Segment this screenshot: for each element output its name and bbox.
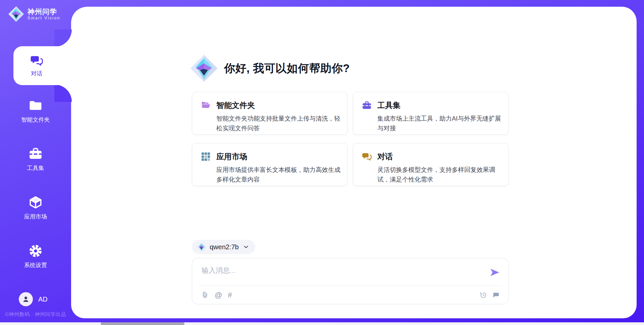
mention-button[interactable]: @ bbox=[215, 291, 222, 299]
card-description: 灵活切换多模型文件，支持多样回复效果调试，满足个性化需求 bbox=[377, 165, 502, 184]
grid-icon bbox=[201, 152, 211, 161]
conversation-icon bbox=[492, 291, 499, 299]
brand-name: 神州问学 bbox=[28, 8, 60, 16]
card-smart-folder[interactable]: 智能文件夹 智能文件夹功能支持批量文件上传与清洗，轻松实现文件问答 bbox=[192, 92, 347, 135]
sidebar-item-app-market[interactable]: 应用市场 bbox=[2, 195, 69, 220]
avatar bbox=[19, 292, 33, 306]
sidebar-item-smart-folder[interactable]: 智能文件夹 bbox=[2, 99, 69, 124]
card-description: 应用市场提供丰富长文本模板，助力高效生成多样化文章内容 bbox=[216, 165, 341, 184]
diamond-logo-icon bbox=[8, 6, 24, 22]
message-composer: @ # bbox=[192, 258, 508, 304]
topic-button[interactable]: # bbox=[228, 291, 232, 299]
card-title: 应用市场 bbox=[216, 151, 247, 162]
toolbox-icon bbox=[29, 147, 43, 161]
send-icon bbox=[489, 267, 500, 278]
app-root: { "brand": { "name": "神州问学", "subtitle":… bbox=[0, 0, 644, 325]
horizontal-scrollbar[interactable] bbox=[0, 322, 644, 325]
user-profile[interactable]: AD bbox=[19, 292, 48, 306]
sidebar-item-settings[interactable]: 系统设置 bbox=[2, 244, 69, 269]
composer-divider bbox=[198, 285, 502, 286]
card-toolset[interactable]: 工具集 集成市场上主流工具，助力AI与外界无缝扩展与对接 bbox=[353, 92, 508, 135]
greeting: 你好, 我可以如何帮助你? bbox=[190, 54, 350, 82]
diamond-logo-icon bbox=[190, 54, 218, 82]
conversation-button[interactable] bbox=[492, 291, 499, 299]
card-chat[interactable]: 对话 灵活切换多模型文件，支持多样回复效果调试，满足个性化需求 bbox=[353, 143, 508, 186]
attachment-icon bbox=[202, 291, 209, 299]
card-description: 集成市场上主流工具，助力AI与外界无缝扩展与对接 bbox=[377, 114, 502, 133]
history-icon bbox=[480, 291, 487, 299]
greeting-text: 你好, 我可以如何帮助你? bbox=[224, 61, 350, 76]
card-title: 智能文件夹 bbox=[216, 100, 255, 111]
model-selector[interactable]: qwen2:7b bbox=[192, 240, 255, 254]
sidebar-item-label: 工具集 bbox=[27, 164, 44, 172]
card-description: 智能文件夹功能支持批量文件上传与清洗，轻松实现文件问答 bbox=[216, 114, 341, 133]
sidebar-item-label: 智能文件夹 bbox=[21, 116, 50, 124]
sidebar-footer: ©神州数码 · 神州问学出品 bbox=[1, 311, 70, 318]
folder-open-icon bbox=[201, 101, 211, 110]
sidebar-item-toolset[interactable]: 工具集 bbox=[2, 147, 69, 172]
scrollbar-thumb[interactable] bbox=[101, 322, 184, 325]
chat-bubbles-icon bbox=[362, 152, 372, 161]
chevron-down-icon bbox=[244, 245, 249, 249]
card-title: 工具集 bbox=[377, 100, 400, 111]
sidebar-item-label: 应用市场 bbox=[24, 213, 47, 220]
diamond-logo-icon bbox=[197, 243, 206, 252]
attachment-button[interactable] bbox=[202, 291, 209, 299]
history-button[interactable] bbox=[480, 291, 487, 299]
folder-icon bbox=[29, 99, 43, 113]
person-icon bbox=[21, 295, 30, 304]
card-app-market[interactable]: 应用市场 应用市场提供丰富长文本模板，助力高效生成多样化文章内容 bbox=[192, 143, 347, 186]
message-input[interactable] bbox=[202, 264, 470, 277]
model-name: qwen2:7b bbox=[210, 243, 239, 251]
card-title: 对话 bbox=[377, 151, 393, 162]
sidebar-item-label: 系统设置 bbox=[24, 261, 47, 269]
feature-cards: 智能文件夹 智能文件夹功能支持批量文件上传与清洗，轻松实现文件问答 工具集 集成… bbox=[192, 92, 508, 186]
send-button[interactable] bbox=[489, 267, 500, 278]
user-initials: AD bbox=[38, 296, 48, 303]
gear-icon bbox=[29, 244, 43, 258]
brand-subtitle: Smart Vision bbox=[28, 16, 60, 20]
main-panel: 你好, 我可以如何帮助你? 智能文件夹 智能文件夹功能支持批量文件上传与清洗，轻… bbox=[71, 7, 637, 318]
brand: 神州问学 Smart Vision bbox=[8, 6, 60, 22]
sidebar: 神州问学 Smart Vision 智能文件夹 工具集 应用市场 系统设置 bbox=[0, 0, 71, 325]
cube-icon bbox=[29, 195, 43, 209]
toolbox-icon bbox=[362, 101, 372, 110]
